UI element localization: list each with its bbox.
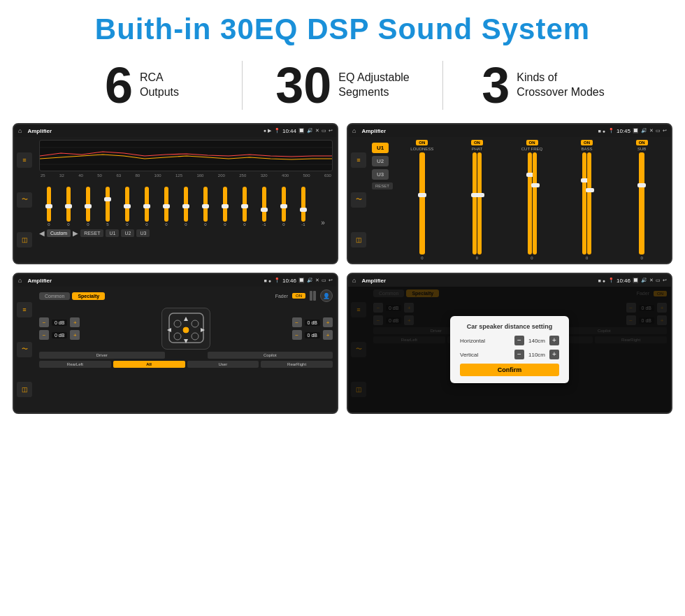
- slider-thumb-13[interactable]: [280, 204, 287, 208]
- all-btn[interactable]: All: [113, 361, 185, 368]
- fader-track-1[interactable]: [310, 291, 312, 301]
- crossover-nav-btn-2[interactable]: 〜: [351, 192, 366, 208]
- tab-common[interactable]: Common: [39, 292, 70, 300]
- u1-select-btn[interactable]: U1: [372, 143, 389, 153]
- slider-thumb-1[interactable]: [45, 204, 52, 208]
- crossover-nav-btn-3[interactable]: ◫: [351, 232, 366, 248]
- slider-thumb-14[interactable]: [300, 208, 307, 212]
- slider-thumb-7[interactable]: [163, 204, 170, 208]
- phat-track-f[interactable]: [477, 152, 482, 255]
- slider-track-14[interactable]: [301, 187, 305, 222]
- slider-thumb-9[interactable]: [202, 204, 209, 208]
- slider-thumb-3[interactable]: [85, 204, 92, 208]
- camera-icon-3: 🔲: [298, 278, 305, 283]
- horizontal-minus-btn[interactable]: −: [514, 336, 524, 345]
- slider-track-2[interactable]: [66, 187, 71, 222]
- phat-on-btn[interactable]: ON: [471, 140, 483, 145]
- slider-track-8[interactable]: [184, 187, 188, 222]
- slider-thumb-5[interactable]: [124, 204, 131, 208]
- eq-slider-9: 0: [196, 187, 215, 227]
- u3-btn[interactable]: U3: [136, 229, 150, 237]
- slider-track-5[interactable]: [125, 187, 129, 222]
- horizontal-plus-btn[interactable]: +: [549, 336, 559, 345]
- right-minus-2[interactable]: −: [292, 330, 302, 340]
- rearright-btn[interactable]: RearRight: [261, 361, 333, 368]
- svg-marker-12: [201, 328, 205, 332]
- fader-track-2[interactable]: [313, 291, 316, 301]
- right-plus-1[interactable]: +: [323, 317, 333, 327]
- slider-thumb-11[interactable]: [241, 204, 248, 208]
- u3-select-btn[interactable]: U3: [372, 169, 389, 180]
- left-plus-2[interactable]: +: [70, 330, 80, 340]
- slider-thumb-2[interactable]: [65, 204, 72, 208]
- slider-thumb-6[interactable]: [143, 204, 150, 208]
- freq-32: 32: [59, 173, 64, 178]
- fader-nav-btn-3[interactable]: ◫: [17, 382, 32, 397]
- driver-btn[interactable]: Driver: [39, 352, 165, 359]
- right-minus-1[interactable]: −: [292, 317, 302, 327]
- fader-nav-btn-2[interactable]: 〜: [17, 342, 32, 357]
- tab-specialty[interactable]: Specialty: [72, 292, 105, 300]
- phat-thumb-f[interactable]: [476, 193, 484, 197]
- vertical-plus-btn[interactable]: +: [549, 350, 559, 359]
- bass-on-btn[interactable]: ON: [581, 140, 593, 145]
- fader-on-btn[interactable]: ON: [292, 293, 305, 299]
- fader-nav-btn-1[interactable]: ≡: [17, 302, 32, 317]
- bass-track-f[interactable]: [582, 152, 586, 255]
- bass-track-g[interactable]: [587, 152, 591, 255]
- cutfreq-track-g[interactable]: [533, 152, 537, 255]
- slider-track-12[interactable]: [262, 187, 266, 222]
- eq-nav-btn-3[interactable]: ◫: [17, 232, 32, 248]
- left-minus-2[interactable]: −: [39, 330, 49, 340]
- phat-track-g[interactable]: [473, 152, 477, 255]
- loudness-track[interactable]: [419, 152, 425, 255]
- slider-track-10[interactable]: [223, 187, 227, 222]
- slider-track-9[interactable]: [203, 187, 208, 222]
- loudness-thumb[interactable]: [418, 193, 426, 197]
- slider-track-11[interactable]: [243, 187, 247, 222]
- eq-nav-btn-1[interactable]: ≡: [17, 152, 32, 168]
- confirm-button[interactable]: Confirm: [460, 364, 559, 376]
- u2-btn[interactable]: U2: [121, 229, 134, 237]
- copilot-btn[interactable]: Copilot: [208, 352, 333, 359]
- crossover-reset-btn[interactable]: RESET: [372, 182, 393, 189]
- slider-track-13[interactable]: [282, 187, 286, 222]
- expand-icon[interactable]: »: [321, 219, 325, 227]
- horizontal-control: − 140cm +: [514, 336, 559, 345]
- prev-icon[interactable]: ◀: [39, 229, 45, 237]
- slider-track-1[interactable]: [47, 187, 51, 222]
- slider-track-6[interactable]: [145, 187, 149, 222]
- rearleft-btn[interactable]: RearLeft: [39, 361, 111, 368]
- crossover-time: 10:45: [616, 128, 630, 134]
- right-plus-2[interactable]: +: [323, 330, 333, 340]
- u1-btn[interactable]: U1: [106, 229, 119, 237]
- slider-thumb-8[interactable]: [182, 204, 189, 208]
- reset-btn[interactable]: RESET: [80, 229, 103, 237]
- bass-thumb-g[interactable]: [586, 188, 594, 192]
- crossover-nav-btn-1[interactable]: ≡: [351, 152, 366, 168]
- settings-icon[interactable]: 👤: [320, 289, 333, 302]
- loudness-on-btn[interactable]: ON: [416, 140, 428, 145]
- slider-thumb-4[interactable]: [104, 197, 111, 201]
- u2-select-btn[interactable]: U2: [372, 156, 389, 166]
- cutfreq-on-btn[interactable]: ON: [526, 140, 538, 145]
- sub-track[interactable]: [639, 152, 644, 255]
- cutfreq-thumb-g[interactable]: [531, 183, 540, 187]
- slider-track-3[interactable]: [86, 187, 90, 222]
- slider-thumb-10[interactable]: [222, 204, 229, 208]
- vertical-minus-btn[interactable]: −: [514, 350, 524, 359]
- next-icon[interactable]: ▶: [73, 229, 78, 237]
- eq-nav-btn-2[interactable]: 〜: [17, 192, 32, 208]
- left-plus-1[interactable]: +: [70, 317, 80, 327]
- stat-label-crossover: Kinds ofCrossover Modes: [517, 71, 604, 100]
- cutfreq-track-f[interactable]: [528, 152, 532, 255]
- left-minus-1[interactable]: −: [39, 317, 49, 327]
- loudness-label: LOUDNESS: [410, 147, 433, 151]
- slider-track-4[interactable]: [106, 187, 110, 222]
- slider-thumb-12[interactable]: [261, 208, 268, 212]
- preset-custom-btn[interactable]: Custom: [47, 229, 71, 237]
- sub-thumb[interactable]: [637, 183, 646, 187]
- sub-on-btn[interactable]: ON: [636, 140, 648, 145]
- slider-track-7[interactable]: [164, 187, 168, 222]
- user-btn[interactable]: User: [187, 361, 259, 368]
